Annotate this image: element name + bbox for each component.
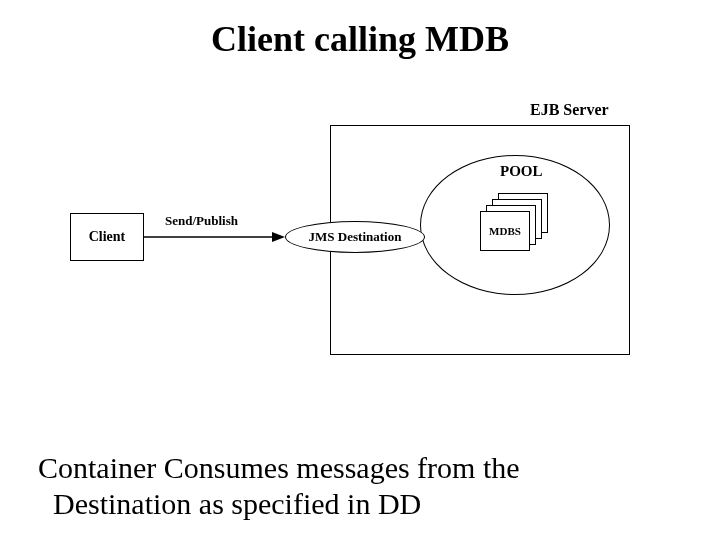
client-box: Client: [70, 213, 144, 261]
caption-line-1: Container Consumes messages from the: [38, 451, 520, 484]
send-publish-label: Send/Publish: [165, 213, 238, 229]
svg-marker-1: [272, 232, 285, 242]
slide-caption: Container Consumes messages from the Des…: [38, 450, 678, 522]
jms-destination: JMS Destination: [285, 221, 425, 253]
caption-line-2: Destination as specified in DD: [53, 487, 421, 520]
arrow-icon: [144, 231, 285, 243]
ejb-server-label: EJB Server: [530, 101, 609, 119]
mdb-card-front: MDBS: [480, 211, 530, 251]
slide-title: Client calling MDB: [0, 18, 720, 60]
mdb-stack: MDBS: [480, 193, 550, 253]
pool-label: POOL: [500, 163, 543, 180]
architecture-diagram: EJB Server POOL MDBS JMS Destination Cli…: [60, 95, 660, 385]
